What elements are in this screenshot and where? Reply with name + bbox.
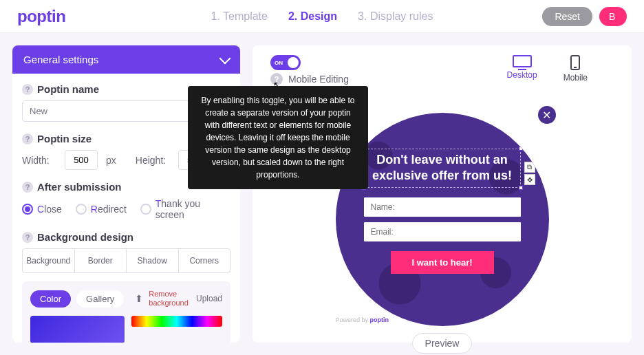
logo: poptin: [17, 7, 65, 26]
bg-options-panel: Color Gallery ⬆ Remove background Upload: [22, 281, 230, 343]
width-input[interactable]: [65, 150, 98, 170]
mobile-editing-group: ON ↖ Mobile Editing: [270, 55, 349, 85]
popup-title-element[interactable]: ⧉ ✥ Don't leave without an exclusive off…: [364, 149, 521, 188]
upload-link[interactable]: Upload: [196, 294, 222, 303]
tab-shadow[interactable]: Shadow: [127, 249, 179, 272]
preview-button[interactable]: Preview: [412, 333, 473, 354]
selection-handle[interactable]: [519, 186, 523, 190]
popup-email-input[interactable]: [364, 222, 521, 241]
powered-by: Powered by poptin: [336, 316, 389, 323]
app-header: poptin 1. Template 2. Design 3. Display …: [0, 0, 644, 33]
radio-icon: [140, 204, 151, 215]
help-icon[interactable]: [22, 84, 33, 95]
help-icon[interactable]: [22, 232, 33, 243]
header-actions: Reset B: [542, 7, 627, 26]
height-label: Height:: [136, 155, 170, 166]
help-icon[interactable]: ↖: [270, 73, 283, 85]
chevron-down-icon: [219, 52, 231, 64]
toggle-on-label: ON: [275, 60, 283, 66]
mobile-editing-label-row: ↖ Mobile Editing: [270, 73, 349, 85]
popup-cta-button[interactable]: I want to hear!: [391, 251, 494, 274]
main-area: General settings Poptin name Poptin size…: [0, 33, 644, 355]
px-unit: px: [106, 155, 116, 166]
mobile-editing-tooltip: By enabling this toggle, you will be abl…: [188, 86, 368, 189]
help-icon[interactable]: [22, 182, 33, 193]
color-picker-row: [30, 316, 222, 343]
bg-tabs: Background Border Shadow Corners: [22, 248, 230, 273]
desktop-icon: [513, 55, 532, 67]
device-tabs: Desktop Mobile: [507, 55, 588, 83]
tab-background[interactable]: Background: [23, 249, 75, 272]
wizard-steps: 1. Template 2. Design 3. Display rules: [211, 10, 433, 23]
background-design-field: Background design Background Border Shad…: [22, 231, 230, 343]
mobile-icon: [570, 55, 580, 70]
radio-redirect[interactable]: Redirect: [76, 198, 127, 220]
selection-tools: ⧉ ✥: [524, 162, 535, 185]
selection-handle[interactable]: [519, 147, 523, 151]
color-pill[interactable]: Color: [30, 290, 71, 308]
move-icon[interactable]: ✥: [524, 174, 535, 185]
reset-button[interactable]: Reset: [542, 7, 592, 26]
gallery-pill[interactable]: Gallery: [76, 290, 124, 308]
width-label: Width:: [22, 155, 56, 166]
background-design-label: Background design: [22, 231, 230, 243]
canvas-header: ON ↖ Mobile Editing Desktop Mobile: [262, 55, 622, 85]
step-design[interactable]: 2. Design: [288, 10, 337, 23]
tab-border[interactable]: Border: [75, 249, 127, 272]
popup-title-text: Don't leave without an exclusive offer f…: [367, 152, 517, 184]
popup-content: ⧉ ✥ Don't leave without an exclusive off…: [364, 149, 521, 274]
device-tab-mobile[interactable]: Mobile: [564, 55, 588, 83]
color-preview[interactable]: [30, 316, 125, 343]
after-submission-options: Close Redirect Thank you screen: [22, 198, 230, 220]
mobile-editing-toggle[interactable]: ON: [270, 55, 301, 70]
copy-icon[interactable]: ⧉: [524, 162, 535, 173]
radio-icon: [22, 204, 33, 215]
radio-thankyou[interactable]: Thank you screen: [140, 198, 230, 220]
step-display-rules[interactable]: 3. Display rules: [358, 10, 433, 23]
radio-icon: [76, 204, 87, 215]
toggle-knob: [288, 57, 299, 68]
popup-name-input[interactable]: [364, 197, 521, 217]
radio-close[interactable]: Close: [22, 198, 62, 220]
remove-bg-link[interactable]: Remove background: [149, 290, 191, 308]
help-icon[interactable]: [22, 133, 33, 144]
tab-corners[interactable]: Corners: [179, 249, 230, 272]
mobile-editing-label: Mobile Editing: [288, 74, 349, 85]
close-button[interactable]: ✕: [538, 106, 556, 124]
step-template[interactable]: 1. Template: [211, 10, 268, 23]
bg-top-row: Color Gallery ⬆ Remove background Upload: [30, 290, 222, 308]
hue-slider[interactable]: [131, 316, 222, 327]
upload-icon[interactable]: ⬆: [135, 293, 143, 304]
back-button[interactable]: B: [599, 7, 627, 26]
general-settings-header[interactable]: General settings: [12, 45, 240, 74]
device-tab-desktop[interactable]: Desktop: [507, 55, 537, 83]
section-title: General settings: [23, 54, 98, 65]
